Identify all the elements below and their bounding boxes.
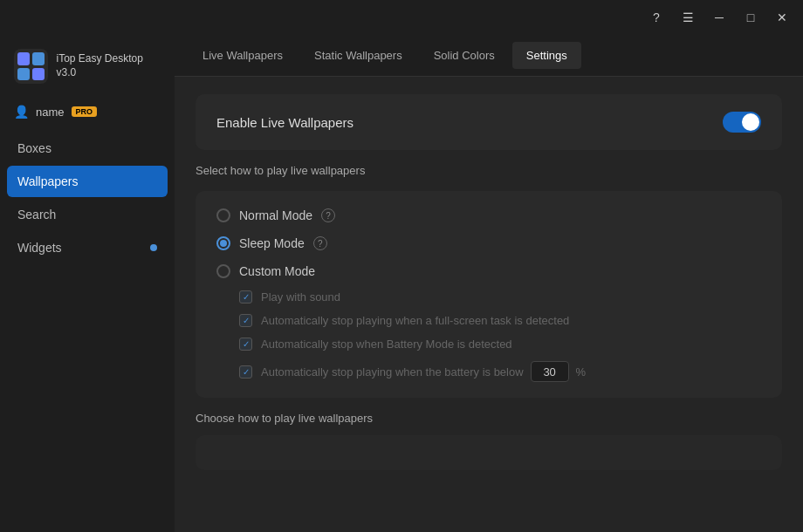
radio-label-sleep: Sleep Mode — [239, 236, 305, 250]
choose-section-label: Choose how to play live wallpapers — [196, 412, 782, 425]
checkbox-sound-label: Play with sound — [261, 290, 340, 304]
checkbox-play-sound[interactable]: ✓ Play with sound — [216, 285, 761, 309]
play-mode-label: Select how to play live wallpapers — [196, 164, 782, 177]
logo-square-br — [32, 68, 45, 81]
enable-wallpapers-card: Enable Live Wallpapers — [196, 94, 782, 150]
radio-circle-normal — [216, 208, 230, 222]
normal-mode-help-icon[interactable]: ? — [321, 208, 335, 222]
sidebar-item-wallpapers[interactable]: Wallpapers — [7, 166, 168, 197]
battery-percent-label: % — [576, 365, 587, 379]
logo-square-tl — [17, 52, 30, 65]
enable-wallpapers-row: Enable Live Wallpapers — [216, 112, 761, 133]
sidebar-user: 👤 name PRO — [0, 98, 175, 133]
checkbox-fullscreen-box: ✓ — [239, 314, 252, 327]
sidebar-item-widgets[interactable]: Widgets — [7, 232, 168, 263]
app-body: iTop Easy Desktop v3.0 👤 name PRO Boxes … — [0, 35, 803, 532]
checkbox-battery-below[interactable]: ✓ Automatically stop playing when the ba… — [216, 356, 761, 387]
battery-row: Automatically stop playing when the batt… — [261, 361, 586, 382]
widgets-dot — [150, 244, 157, 251]
sidebar-item-label-search: Search — [17, 208, 56, 222]
tab-settings[interactable]: Settings — [512, 42, 581, 69]
radio-normal-mode[interactable]: Normal Mode ? — [216, 201, 761, 229]
radio-circle-sleep — [216, 236, 230, 250]
radio-label-custom: Custom Mode — [239, 264, 315, 278]
app-title: iTop Easy Desktop v3.0 — [57, 52, 161, 79]
checkbox-sound-box: ✓ — [239, 290, 252, 304]
content-area: Live Wallpapers Static Wallpapers Solid … — [175, 35, 803, 532]
logo-square-bl — [17, 68, 30, 81]
sleep-mode-help-icon[interactable]: ? — [313, 236, 327, 250]
sidebar: iTop Easy Desktop v3.0 👤 name PRO Boxes … — [0, 35, 175, 532]
radio-circle-custom — [216, 264, 230, 278]
sidebar-item-label-wallpapers: Wallpapers — [17, 174, 79, 188]
checkbox-battery-mode-label: Automatically stop when Battery Mode is … — [261, 338, 512, 351]
checkbox-fullscreen[interactable]: ✓ Automatically stop playing when a full… — [216, 309, 761, 332]
play-mode-card: Normal Mode ? Sleep Mode ? Custom Mode ✓ — [196, 191, 782, 398]
checkbox-battery-mode[interactable]: ✓ Automatically stop when Battery Mode i… — [216, 332, 761, 356]
tab-solid-colors[interactable]: Solid Colors — [420, 42, 509, 69]
radio-sleep-mode[interactable]: Sleep Mode ? — [216, 229, 761, 257]
checkbox-battery-below-box: ✓ — [239, 365, 252, 379]
choose-card-partial — [196, 435, 782, 470]
user-icon: 👤 — [14, 105, 29, 119]
battery-value-input[interactable] — [531, 361, 569, 382]
logo-square-tr — [32, 52, 45, 65]
tab-bar: Live Wallpapers Static Wallpapers Solid … — [175, 35, 803, 77]
checkbox-battery-mode-box: ✓ — [239, 338, 252, 351]
minimize-button[interactable]: ─ — [705, 3, 733, 31]
title-bar: ? ☰ ─ □ ✕ — [0, 0, 803, 35]
toggle-thumb — [742, 113, 759, 131]
sidebar-item-label-widgets: Widgets — [17, 241, 62, 255]
enable-wallpapers-label: Enable Live Wallpapers — [216, 115, 353, 130]
checkbox-fullscreen-label: Automatically stop playing when a full-s… — [261, 314, 569, 327]
sidebar-logo: iTop Easy Desktop v3.0 — [0, 49, 175, 98]
close-button[interactable]: ✕ — [768, 3, 796, 31]
user-name: name — [36, 106, 65, 119]
tab-static-wallpapers[interactable]: Static Wallpapers — [300, 42, 416, 69]
sidebar-item-boxes[interactable]: Boxes — [7, 133, 168, 164]
sidebar-item-search[interactable]: Search — [7, 199, 168, 230]
sidebar-item-label-boxes: Boxes — [17, 141, 51, 155]
help-button[interactable]: ? — [642, 3, 670, 31]
app-logo — [14, 49, 48, 84]
settings-content: Enable Live Wallpapers Select how to pla… — [175, 77, 803, 532]
menu-button[interactable]: ☰ — [674, 3, 702, 31]
pro-badge: PRO — [72, 106, 98, 117]
enable-wallpapers-toggle[interactable] — [723, 112, 761, 133]
sidebar-nav: Boxes Wallpapers Search Widgets — [0, 133, 175, 263]
tab-live-wallpapers[interactable]: Live Wallpapers — [189, 42, 297, 69]
checkbox-battery-below-label: Automatically stop playing when the batt… — [261, 365, 524, 379]
radio-custom-mode[interactable]: Custom Mode — [216, 257, 761, 285]
maximize-button[interactable]: □ — [737, 3, 765, 31]
radio-label-normal: Normal Mode — [239, 208, 312, 222]
